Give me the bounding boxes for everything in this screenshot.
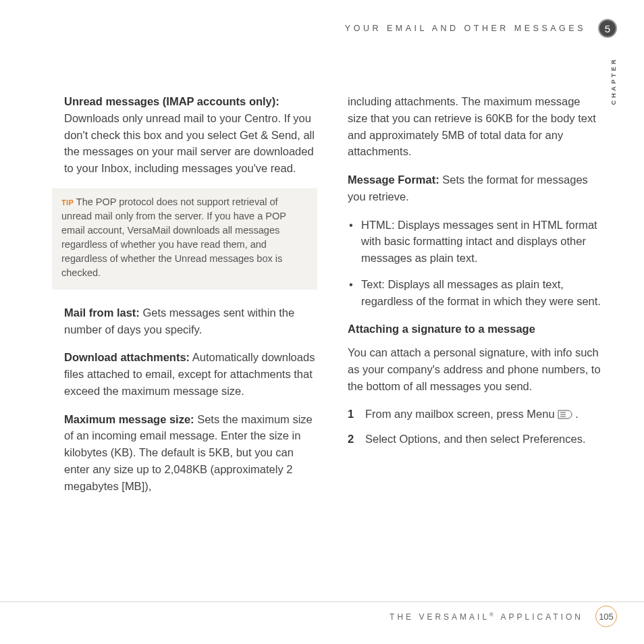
para-download-attachments: Download attachments: Automatically down… <box>64 349 317 399</box>
para-unread-messages: Unread messages (IMAP accounts only): Do… <box>64 93 317 177</box>
footer-title: THE VERSAMAIL® APPLICATION <box>390 612 583 622</box>
step-1: From any mailbox screen, press Menu . <box>348 406 601 424</box>
menu-icon <box>558 407 575 424</box>
para-message-format: Message Format: Sets the format for mess… <box>348 171 601 205</box>
page-number-badge: 105 <box>595 606 617 627</box>
label-max-message-size: Maximum message size: <box>64 413 194 425</box>
para-signature-intro: You can attach a personal signature, wit… <box>348 344 601 394</box>
header-title: YOUR EMAIL AND OTHER MESSAGES <box>345 24 586 33</box>
tip-label: TIP <box>61 198 74 207</box>
tip-text: The POP protocol does not support retrie… <box>61 196 286 278</box>
page-header: YOUR EMAIL AND OTHER MESSAGES 5 <box>345 19 617 38</box>
label-mail-from-last: Mail from last: <box>64 306 140 319</box>
steps-list: From any mailbox screen, press Menu . Se… <box>348 406 601 448</box>
format-options-list: HTML: Displays messages sent in HTML for… <box>348 217 601 310</box>
label-download-attachments: Download attachments: <box>64 351 190 363</box>
section-heading-signature: Attaching a signature to a message <box>348 321 601 338</box>
para-continuation: including attachments. The maximum messa… <box>348 93 601 160</box>
para-max-message-size: Maximum message size: Sets the maximum s… <box>64 411 317 495</box>
tip-box: TIP The POP protocol does not support re… <box>52 188 317 290</box>
content-columns: Unread messages (IMAP accounts only): Do… <box>64 93 601 506</box>
chapter-number-badge: 5 <box>598 19 617 38</box>
left-column: Unread messages (IMAP accounts only): Do… <box>64 93 317 506</box>
footer-rule <box>0 601 644 602</box>
list-item: Text: Displays all messages as plain tex… <box>348 276 601 310</box>
label-message-format: Message Format: <box>348 173 439 186</box>
right-column: including attachments. The maximum messa… <box>348 93 601 506</box>
para-mail-from-last: Mail from last: Gets messages sent withi… <box>64 304 317 338</box>
chapter-label: CHAPTER <box>610 57 617 105</box>
step-2: Select Options, and then select Preferen… <box>348 431 601 448</box>
list-item: HTML: Displays messages sent in HTML for… <box>348 217 601 267</box>
label-unread-messages: Unread messages (IMAP accounts only): <box>64 95 279 107</box>
page-footer: THE VERSAMAIL® APPLICATION 105 <box>390 606 617 627</box>
